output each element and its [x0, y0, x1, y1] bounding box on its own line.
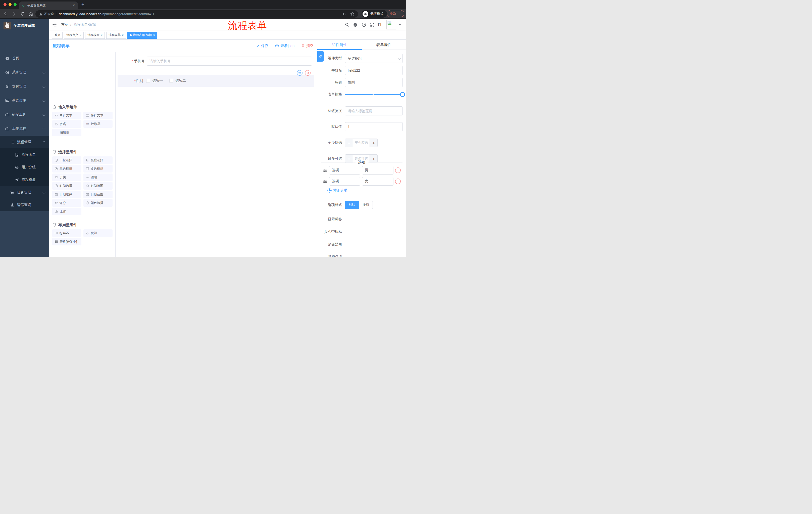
view-json-button[interactable]: 查看json [275, 44, 294, 48]
option-1-label-input[interactable] [329, 166, 360, 174]
min-select-value[interactable]: 至少应选 [353, 139, 370, 147]
tag-close-icon[interactable]: × [101, 34, 103, 37]
drag-handle-icon[interactable] [323, 168, 327, 172]
component-rate[interactable]: 评分 [52, 199, 81, 207]
component-date-picker[interactable]: 日期选择 [52, 191, 81, 198]
gender-option-2[interactable]: 选项二 [169, 78, 186, 83]
component-single-text[interactable]: 单行文本 [52, 112, 81, 119]
search-icon[interactable] [345, 22, 349, 27]
component-button[interactable]: 按钮 [83, 229, 113, 237]
canvas-phone-field[interactable]: *手机号 [116, 57, 314, 65]
sidebar-item-process-model[interactable]: 流程模型 [0, 173, 49, 186]
duplicate-field-button[interactable] [297, 70, 302, 76]
clear-button[interactable]: 清空 [301, 44, 314, 48]
back-icon[interactable] [3, 11, 8, 16]
sidebar-item-system[interactable]: 系统管理 [0, 65, 49, 79]
plus-button[interactable]: + [370, 139, 377, 147]
style-button-button[interactable]: 按钮 [359, 201, 373, 209]
component-password[interactable]: 密码 [52, 120, 81, 128]
sidebar-item-devtools[interactable]: 研发工具 [0, 108, 49, 122]
label-width-input[interactable] [345, 106, 403, 115]
password-key-icon[interactable] [342, 12, 346, 16]
sidebar-item-infra[interactable]: 基础设施 [0, 93, 49, 108]
breadcrumb-home[interactable]: 首页 [61, 22, 68, 27]
option-2-label-input[interactable] [329, 177, 360, 186]
remove-option-button[interactable] [395, 179, 401, 184]
sidebar-item-task-mgmt[interactable]: 任务管理 [0, 186, 49, 199]
style-default-button[interactable]: 默认 [345, 201, 359, 209]
sidebar-item-payment[interactable]: 支付管理 [0, 79, 49, 93]
update-button[interactable]: 更新 ⋮ [387, 10, 404, 17]
component-time-picker[interactable]: 时间选择 [52, 182, 81, 190]
title-input[interactable] [345, 78, 403, 87]
new-tab-button[interactable]: + [81, 2, 84, 7]
component-date-range[interactable]: 日期范围 [83, 191, 113, 198]
sidebar-item-process-form[interactable]: 流程表单 [0, 148, 49, 161]
mac-zoom-button[interactable] [13, 3, 17, 6]
component-slider[interactable]: 滑块 [83, 173, 113, 181]
font-size-icon[interactable]: ᴛT [378, 22, 382, 27]
github-icon[interactable] [353, 22, 358, 27]
option-1-value-input[interactable] [362, 166, 394, 174]
component-table[interactable]: 表格[开发中] [52, 238, 81, 245]
component-counter[interactable]: 123 计数器 [83, 120, 113, 128]
component-select[interactable]: 下拉选择 [52, 156, 81, 164]
sidebar-item-user-group[interactable]: 用户分组 [0, 161, 49, 173]
mac-close-button[interactable] [3, 3, 6, 6]
canvas-gender-field-selected[interactable]: *性别 选项一 选项二 [118, 75, 314, 87]
component-radio-group[interactable]: 单选框组 [52, 165, 81, 172]
sidebar-item-process-mgmt[interactable]: 流程管理 [0, 136, 49, 148]
forward-icon[interactable] [11, 11, 17, 16]
sidebar-item-leave-query[interactable]: 请假查询 [0, 199, 49, 211]
component-cascade[interactable]: 级联选择 [83, 156, 113, 164]
tag-process-definition[interactable]: 流程定义 × [64, 32, 84, 39]
reload-icon[interactable] [20, 11, 25, 16]
field-name-input[interactable] [345, 66, 403, 75]
component-time-range[interactable]: 时间范围 [83, 182, 113, 190]
tag-process-model[interactable]: 流程模型 × [85, 32, 105, 39]
component-color-picker[interactable]: 颜色选择 [83, 199, 113, 207]
tag-close-icon[interactable]: × [122, 34, 124, 37]
minus-button[interactable]: − [345, 139, 353, 147]
tag-home[interactable]: 首页 [52, 32, 63, 39]
drag-handle-icon[interactable] [323, 179, 327, 184]
add-option-button[interactable]: 添加选项 [327, 188, 347, 193]
avatar[interactable] [386, 20, 396, 29]
update-label[interactable]: 更新 [390, 11, 396, 16]
mac-minimize-button[interactable] [8, 3, 11, 6]
tag-process-form-edit[interactable]: 流程表单-编辑 × [127, 32, 157, 39]
component-upload[interactable]: 上传 [52, 208, 81, 215]
home-icon[interactable] [28, 11, 33, 16]
tag-close-icon[interactable]: × [153, 34, 155, 37]
form-grid-slider[interactable] [345, 94, 403, 95]
option-2-value-input[interactable] [362, 177, 394, 186]
browser-tab[interactable]: 芋道管理系统 × [19, 1, 78, 9]
slider-handle[interactable] [400, 92, 405, 97]
component-editor[interactable]: 编辑器 [52, 129, 81, 136]
save-button[interactable]: 保存 [256, 44, 268, 48]
tag-close-icon[interactable]: × [80, 34, 81, 37]
component-row-container[interactable]: 行容器 [52, 229, 81, 237]
delete-field-button[interactable] [305, 70, 311, 76]
checkbox-icon[interactable] [146, 79, 150, 83]
component-type-select[interactable]: 多选框组 [345, 54, 403, 63]
help-icon[interactable] [361, 22, 366, 27]
sidebar-item-home[interactable]: 首页 [0, 51, 49, 65]
sidebar-logo-row[interactable]: 芋道管理系统 [0, 19, 49, 33]
component-multi-text[interactable]: 多行文本 [83, 112, 113, 119]
browser-menu-icon[interactable]: ⋮ [398, 12, 402, 16]
bookmark-star-icon[interactable] [350, 12, 354, 16]
address-bar[interactable]: 不安全 dashboard.yudao.iocoder.cn/bpm/manag… [35, 10, 358, 18]
avatar-caret-icon[interactable] [399, 24, 401, 26]
remove-option-button[interactable] [395, 167, 401, 173]
component-switch[interactable]: 开关 [52, 173, 81, 181]
tab-form-props[interactable]: 表单属性 [362, 40, 406, 50]
gender-option-1[interactable]: 选项一 [146, 78, 163, 83]
tag-process-form[interactable]: 流程表单 × [106, 32, 126, 39]
tab-close-icon[interactable]: × [72, 3, 76, 7]
sidebar-collapse-icon[interactable] [52, 22, 57, 27]
phone-input[interactable] [147, 57, 312, 65]
security-label[interactable]: 不安全 [44, 12, 54, 16]
sidebar-item-workflow[interactable]: 工作流程 [0, 122, 49, 136]
component-checkbox-group[interactable]: 多选框组 [83, 165, 113, 172]
